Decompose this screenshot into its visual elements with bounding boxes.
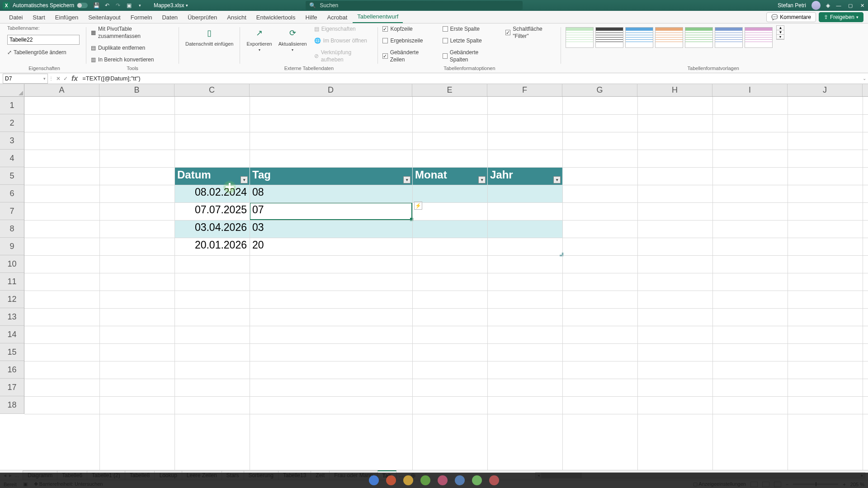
tab-hilfe[interactable]: Hilfe: [301, 12, 322, 23]
diamond-icon[interactable]: ◈: [826, 2, 830, 9]
row-header-7[interactable]: 7: [0, 202, 24, 220]
col-header-E[interactable]: E: [412, 84, 487, 96]
export-button[interactable]: ↗Exportieren▾: [245, 25, 274, 54]
table-style-swatch[interactable]: [715, 27, 743, 48]
fx-icon[interactable]: fx: [70, 75, 80, 83]
name-box[interactable]: D7▾: [3, 74, 48, 84]
col-header-C[interactable]: C: [175, 84, 250, 96]
remove-duplicates-button[interactable]: ▤Duplikate entfernen: [91, 44, 145, 52]
pivot-button[interactable]: ▦Mit PivotTable zusammenfassen: [91, 25, 174, 40]
col-header-A[interactable]: A: [24, 84, 99, 96]
comments-button[interactable]: 💬Kommentare: [766, 12, 816, 22]
tab-formeln[interactable]: Formeln: [126, 12, 157, 23]
filter-dropdown-icon[interactable]: ▾: [403, 176, 410, 183]
styles-more-icon[interactable]: ▾: [777, 35, 784, 39]
tab-start[interactable]: Start: [28, 12, 49, 23]
taskbar-icon[interactable]: [386, 475, 396, 485]
col-datum[interactable]: Datum▾: [175, 167, 250, 185]
taskbar-icon[interactable]: [420, 475, 430, 485]
filter-dropdown-icon[interactable]: ▾: [241, 176, 248, 183]
col-tag[interactable]: Tag▾: [250, 167, 412, 185]
tab-daten[interactable]: Daten: [157, 12, 182, 23]
row-header-8[interactable]: 8: [0, 220, 24, 238]
cells-area[interactable]: Datum▾ Tag▾ Monat▾ Jahr▾ 08.02.2024 08 0…: [24, 97, 868, 470]
row-headers[interactable]: 123456789101112131415161718: [0, 97, 24, 414]
table-style-swatch[interactable]: [685, 27, 713, 48]
last-col-checkbox[interactable]: Letzte Spalte: [443, 37, 495, 44]
col-header-J[interactable]: J: [788, 84, 863, 96]
header-row-checkbox[interactable]: Kopfzeile: [382, 25, 431, 33]
row-header-13[interactable]: 13: [0, 308, 24, 326]
table-styles-gallery[interactable]: [566, 25, 773, 48]
row-header-4[interactable]: 4: [0, 150, 24, 167]
row-header-9[interactable]: 9: [0, 238, 24, 255]
taskbar-icon[interactable]: [403, 475, 413, 485]
chevron-down-icon[interactable]: ▾: [43, 76, 46, 81]
first-col-checkbox[interactable]: Erste Spalte: [443, 25, 495, 33]
table-style-swatch[interactable]: [595, 27, 623, 48]
save-icon[interactable]: 💾: [93, 2, 99, 9]
search-box[interactable]: 🔍 Suchen: [306, 1, 523, 10]
row-header-11[interactable]: 11: [0, 273, 24, 291]
maximize-button[interactable]: ▢: [847, 2, 854, 9]
row-header-2[interactable]: 2: [0, 114, 24, 132]
formula-expand-icon[interactable]: ⌄: [861, 76, 868, 81]
close-button[interactable]: ✕: [859, 2, 865, 9]
col-header-I[interactable]: I: [712, 84, 788, 96]
taskbar-icon[interactable]: [455, 475, 465, 485]
tab-entwicklertools[interactable]: Entwicklertools: [252, 12, 300, 23]
taskbar-icon[interactable]: [438, 475, 448, 485]
taskbar-icon[interactable]: [472, 475, 482, 485]
document-name[interactable]: Mappe3.xlsx ▾: [154, 2, 188, 9]
tab-tabellenentwurf[interactable]: Tabellenentwurf: [353, 11, 403, 23]
row-header-10[interactable]: 10: [0, 255, 24, 273]
banded-cols-checkbox[interactable]: Gebänderte Spalten: [443, 49, 495, 63]
minimize-button[interactable]: —: [835, 2, 842, 9]
user-name[interactable]: Stefan Petri: [778, 2, 806, 9]
row-header-16[interactable]: 16: [0, 361, 24, 379]
row-header-3[interactable]: 3: [0, 132, 24, 150]
scroll-down-icon[interactable]: ▼: [777, 30, 784, 35]
scroll-up-icon[interactable]: ▲: [777, 26, 784, 30]
redo-icon[interactable]: ↷: [115, 2, 121, 9]
table-style-swatch[interactable]: [745, 27, 773, 48]
taskbar-icon[interactable]: [489, 475, 499, 485]
row-header-6[interactable]: 6: [0, 185, 24, 202]
row-header-18[interactable]: 18: [0, 396, 24, 414]
refresh-button[interactable]: ⟳Aktualisieren▾: [277, 25, 309, 54]
filter-dropdown-icon[interactable]: ▾: [553, 176, 561, 183]
col-header-F[interactable]: F: [487, 84, 562, 96]
avatar[interactable]: [811, 1, 821, 10]
formula-input[interactable]: =TEXT([@Datum];"tt"): [80, 75, 861, 82]
cancel-formula-icon[interactable]: ✕: [56, 75, 61, 82]
qat-dropdown-icon[interactable]: ▾: [137, 2, 143, 9]
undo-icon[interactable]: ↶: [104, 2, 110, 9]
table-style-swatch[interactable]: [625, 27, 653, 48]
col-header-H[interactable]: H: [637, 84, 712, 96]
chevron-down-icon[interactable]: ▾: [186, 3, 188, 8]
select-all-corner[interactable]: [0, 84, 24, 97]
col-monat[interactable]: Monat▾: [412, 167, 487, 185]
styles-scroll[interactable]: ▲ ▼ ▾: [776, 25, 784, 40]
taskbar-icon[interactable]: [369, 475, 379, 485]
row-header-17[interactable]: 17: [0, 379, 24, 396]
row-header-1[interactable]: 1: [0, 97, 24, 114]
tab-seitenlayout[interactable]: Seitenlayout: [84, 12, 125, 23]
resize-table-button[interactable]: ⤢Tabellengröße ändern: [7, 49, 66, 56]
col-jahr[interactable]: Jahr▾: [487, 167, 562, 185]
table-row[interactable]: 07.07.2025 07: [175, 202, 562, 220]
table-style-swatch[interactable]: [655, 27, 683, 48]
data-table[interactable]: Datum▾ Tag▾ Monat▾ Jahr▾ 08.02.2024 08 0…: [175, 167, 562, 255]
banded-rows-checkbox[interactable]: Gebänderte Zeilen: [382, 49, 431, 63]
share-button[interactable]: ⇪Freigeben▾: [819, 12, 863, 22]
col-header-B[interactable]: B: [99, 84, 175, 96]
slicer-button[interactable]: ▯Datenschnitt einfügen: [184, 25, 235, 48]
row-header-12[interactable]: 12: [0, 291, 24, 308]
convert-range-button[interactable]: ▥In Bereich konvertieren: [91, 56, 154, 63]
tab-acrobat[interactable]: Acrobat: [323, 12, 352, 23]
table-row[interactable]: 20.01.2026 20: [175, 238, 562, 255]
tablename-input[interactable]: [7, 35, 80, 45]
col-header-D[interactable]: D: [250, 84, 412, 96]
col-header-G[interactable]: G: [562, 84, 637, 96]
autosave-toggle[interactable]: Automatisches Speichern: [13, 2, 88, 9]
